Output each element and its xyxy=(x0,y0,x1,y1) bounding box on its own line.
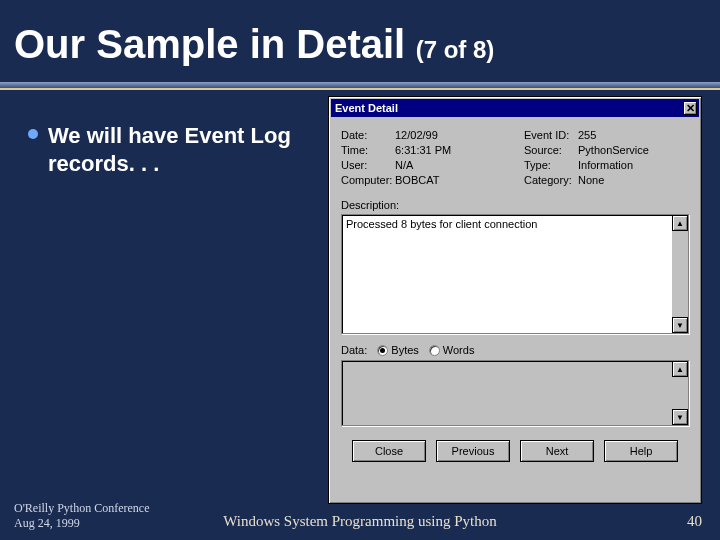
help-button[interactable]: Help xyxy=(604,440,678,462)
date-label: Date: xyxy=(341,129,395,141)
close-label: Close xyxy=(375,445,403,457)
data-hex-box[interactable]: ▲ ▼ xyxy=(341,360,689,426)
computer-label: Computer: xyxy=(341,174,395,186)
source-value: PythonService xyxy=(578,144,689,156)
previous-label: Previous xyxy=(452,445,495,457)
help-label: Help xyxy=(630,445,653,457)
dialog-titlebar[interactable]: Event Detail ✕ xyxy=(331,99,699,117)
chevron-up-icon: ▲ xyxy=(676,365,684,374)
close-icon: ✕ xyxy=(686,102,695,115)
scroll-down-button[interactable]: ▼ xyxy=(672,317,688,333)
bullet-dot-icon xyxy=(28,129,38,139)
title-underline xyxy=(0,82,720,88)
next-button[interactable]: Next xyxy=(520,440,594,462)
scrollbar[interactable]: ▲ ▼ xyxy=(672,361,688,425)
chevron-up-icon: ▲ xyxy=(676,219,684,228)
dialog-title: Event Detail xyxy=(335,102,398,114)
eventid-label: Event ID: xyxy=(524,129,578,141)
type-value: Information xyxy=(578,159,689,171)
radio-bytes-label: Bytes xyxy=(391,344,419,356)
type-label: Type: xyxy=(524,159,578,171)
bullet-item: We will have Event Log records. . . xyxy=(28,122,318,177)
page-number: 40 xyxy=(687,513,702,530)
time-label: Time: xyxy=(341,144,395,156)
scrollbar[interactable]: ▲ ▼ xyxy=(672,215,688,333)
date-value: 12/02/99 xyxy=(395,129,506,141)
description-text: Processed 8 bytes for client connection xyxy=(346,218,537,230)
close-button[interactable]: ✕ xyxy=(683,101,697,115)
scroll-down-button[interactable]: ▼ xyxy=(672,409,688,425)
close-dialog-button[interactable]: Close xyxy=(352,440,426,462)
radio-words-label: Words xyxy=(443,344,475,356)
radio-words[interactable]: Words xyxy=(429,344,475,356)
title-main: Our Sample in Detail xyxy=(14,22,405,66)
title-subcount: (7 of 8) xyxy=(416,36,495,63)
user-label: User: xyxy=(341,159,395,171)
next-label: Next xyxy=(546,445,569,457)
scroll-up-button[interactable]: ▲ xyxy=(672,215,688,231)
data-label: Data: xyxy=(341,344,367,356)
bullet-text: We will have Event Log records. . . xyxy=(48,122,318,177)
event-detail-dialog: Event Detail ✕ Date:12/02/99 Time:6:31:3… xyxy=(328,96,702,504)
previous-button[interactable]: Previous xyxy=(436,440,510,462)
radio-bytes[interactable]: Bytes xyxy=(377,344,419,356)
category-label: Category: xyxy=(524,174,578,186)
eventid-value: 255 xyxy=(578,129,689,141)
footer-center: Windows System Programming using Python xyxy=(0,513,720,530)
chevron-down-icon: ▼ xyxy=(676,321,684,330)
scroll-up-button[interactable]: ▲ xyxy=(672,361,688,377)
chevron-down-icon: ▼ xyxy=(676,413,684,422)
time-value: 6:31:31 PM xyxy=(395,144,506,156)
source-label: Source: xyxy=(524,144,578,156)
description-textbox[interactable]: Processed 8 bytes for client connection … xyxy=(341,214,689,334)
radio-icon xyxy=(429,345,440,356)
computer-value: BOBCAT xyxy=(395,174,506,186)
description-label: Description: xyxy=(341,199,689,211)
radio-icon xyxy=(377,345,388,356)
category-value: None xyxy=(578,174,689,186)
user-value: N/A xyxy=(395,159,506,171)
slide-title: Our Sample in Detail (7 of 8) xyxy=(14,22,494,67)
